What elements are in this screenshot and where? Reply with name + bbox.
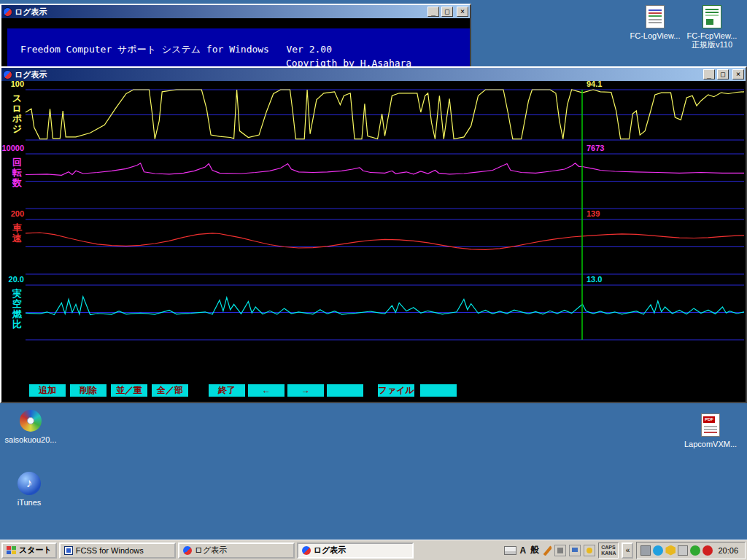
log-button-6[interactable]: → xyxy=(287,384,324,397)
minimize-button[interactable]: _ xyxy=(703,69,715,79)
maximize-button[interactable]: □ xyxy=(717,69,729,79)
chart-max-label: 10000 xyxy=(1,144,24,152)
keyboard-icon[interactable] xyxy=(504,546,516,555)
tray-update-icon[interactable] xyxy=(690,545,700,556)
system-tray: A 般 CAPS KANA « 20:06 xyxy=(504,542,746,559)
desktop-icon-fc-logview[interactable]: FC-LogView... xyxy=(626,4,684,40)
pdf-document-icon: PDF xyxy=(698,413,723,438)
log-app-icon xyxy=(3,70,12,79)
ime-conversion-mode[interactable]: 般 xyxy=(530,544,540,556)
log-button-4[interactable]: 終了 xyxy=(209,384,245,397)
start-button[interactable]: スタート xyxy=(1,542,57,559)
icon-label: FC-FcpView... xyxy=(683,31,741,40)
task-button-label: FCSS for Windows xyxy=(76,546,144,555)
caps-kana-indicator: CAPS KANA xyxy=(598,542,619,559)
itunes-icon: ♪ xyxy=(17,471,42,496)
icon-sublabel: 正規版v110 xyxy=(683,40,741,49)
icon-label: iTunes xyxy=(0,498,58,507)
tray-antivirus-icon[interactable] xyxy=(703,545,713,556)
log-button-3[interactable]: 全／部 xyxy=(152,384,188,397)
fc-fcpview-icon xyxy=(700,4,724,29)
ime-input-mode[interactable]: A xyxy=(519,545,527,556)
log-viewer-window: ログ表示 _ □ × 10094.1スロポジ100007673回転数200139… xyxy=(0,66,747,403)
chart-axis-label: 実空燃比 xyxy=(11,289,23,330)
log-window-titlebar[interactable]: ログ表示 _ □ × xyxy=(1,68,746,81)
log-app-icon xyxy=(183,546,192,555)
taskbar: スタート FCSS for Windowsログ表示ログ表示 A 般 CAPS K… xyxy=(0,540,747,560)
chart-axis-label: スロポジ xyxy=(11,93,23,134)
chart-cursor-value: 13.0 xyxy=(587,275,602,284)
caps-label: CAPS xyxy=(601,545,616,551)
fc-logview-icon xyxy=(643,4,667,29)
log-button-blank-7[interactable] xyxy=(327,384,363,397)
desktop-icon-itunes[interactable]: ♪ iTunes xyxy=(0,471,58,507)
task-button-2[interactable]: ログ表示 xyxy=(297,542,414,559)
chevron-left-icon[interactable]: « xyxy=(622,542,633,559)
log-button-0[interactable]: 追加 xyxy=(29,384,66,397)
log-button-2[interactable]: 並／重 xyxy=(111,384,147,397)
desktop-icon-lapcom[interactable]: PDF LapcomVXM... xyxy=(681,413,740,448)
tray-security-icon[interactable] xyxy=(665,545,676,556)
icon-label: LapcomVXM... xyxy=(681,440,740,448)
display-settings-icon[interactable] xyxy=(569,545,581,556)
chart-axis-label: 回転数 xyxy=(11,158,23,188)
close-button[interactable]: × xyxy=(457,7,468,17)
icon-label: saisokuou20... xyxy=(1,435,60,444)
bg-window-title: ログ表示 xyxy=(15,7,425,18)
music-note-icon: ♪ xyxy=(18,472,41,495)
task-button-label: ログ表示 xyxy=(195,545,228,556)
task-button-label: ログ表示 xyxy=(314,545,347,556)
desktop-icon-saisokuou[interactable]: saisokuou20... xyxy=(1,408,60,444)
chart-max-label: 200 xyxy=(1,209,24,218)
desktop-icon-fc-fcpview[interactable]: FC-FcpView... 正規版v110 xyxy=(683,4,741,49)
app-window-icon xyxy=(64,546,73,555)
chart-axis-label: 車速 xyxy=(11,223,23,244)
ime-help-icon[interactable] xyxy=(584,545,595,556)
kana-label: KANA xyxy=(601,551,616,556)
start-label: スタート xyxy=(19,545,52,556)
bg-window-titlebar[interactable]: ログ表示 _ □ × xyxy=(1,5,470,18)
windows-logo-icon xyxy=(7,546,16,554)
icon-label: FC-LogView... xyxy=(626,31,684,40)
tray-network-icon[interactable] xyxy=(653,545,663,556)
chart-max-label: 100 xyxy=(1,81,24,88)
log-app-icon xyxy=(3,7,12,17)
tray-icon-area: 20:06 xyxy=(636,542,746,559)
task-button-group: FCSS for Windowsログ表示ログ表示 xyxy=(59,542,414,559)
log-button-8[interactable]: ファイル xyxy=(378,384,414,397)
taskbar-clock: 20:06 xyxy=(715,546,741,555)
chart-cursor-value: 7673 xyxy=(587,144,604,152)
chart-max-label: 20.0 xyxy=(1,275,24,284)
log-button-blank-9[interactable] xyxy=(420,384,457,397)
maximize-button[interactable]: □ xyxy=(441,7,453,17)
tray-display-icon[interactable] xyxy=(640,545,651,556)
task-button-0[interactable]: FCSS for Windows xyxy=(59,542,176,559)
log-viewer-body: 10094.1スロポジ100007673回転数200139車速20.013.0実… xyxy=(1,81,746,402)
chart-cursor-value: 94.1 xyxy=(587,81,602,88)
log-app-icon xyxy=(302,546,311,555)
pdf-badge: PDF xyxy=(703,416,715,423)
task-button-1[interactable]: ログ表示 xyxy=(178,542,295,559)
dos-banner-text: Freedom Computer サポート システム for Windows V… xyxy=(20,43,332,56)
ime-tools-icon[interactable] xyxy=(554,545,566,556)
log-button-1[interactable]: 削除 xyxy=(70,384,107,397)
desktop: ログ表示 _ □ × Freedom Computer サポート システム fo… xyxy=(0,0,747,560)
minimize-button[interactable]: _ xyxy=(427,7,439,17)
tray-volume-icon[interactable] xyxy=(678,545,688,556)
log-button-5[interactable]: ← xyxy=(248,384,285,397)
media-disc-icon xyxy=(18,408,43,433)
chart-cursor-value: 139 xyxy=(587,209,600,218)
log-window-title: ログ表示 xyxy=(15,69,701,80)
chart-canvas[interactable] xyxy=(1,81,746,402)
close-button[interactable]: × xyxy=(732,69,744,79)
ime-pen-icon[interactable] xyxy=(543,545,551,556)
